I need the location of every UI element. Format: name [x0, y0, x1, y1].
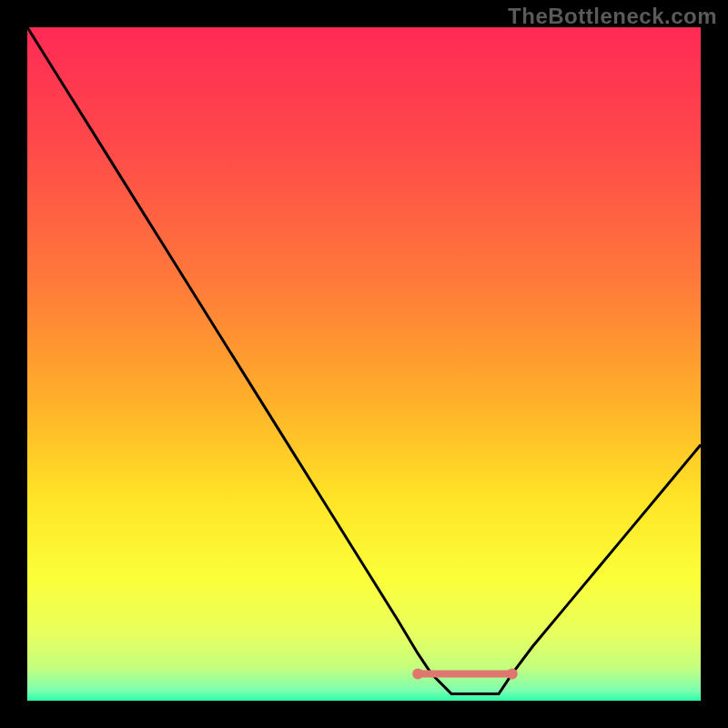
- attribution-text: TheBottleneck.com: [508, 4, 717, 29]
- bottleneck-curve: [27, 27, 701, 694]
- chart-frame: TheBottleneck.com: [0, 0, 728, 728]
- optimal-end-dot: [507, 668, 518, 679]
- optimal-start-dot: [412, 668, 423, 679]
- plot-area: [27, 27, 701, 701]
- curve-layer: [27, 27, 701, 701]
